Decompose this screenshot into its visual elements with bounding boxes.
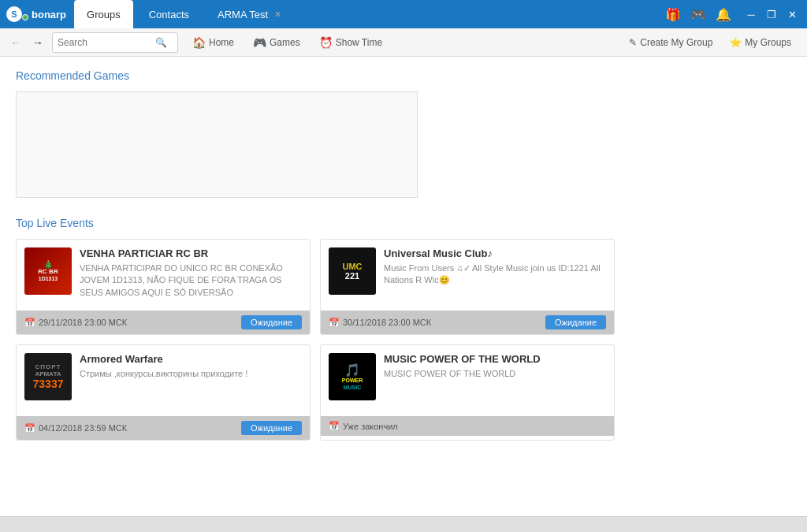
event-title-rc-br: VENHA PARTICIAR RC BR xyxy=(80,247,302,259)
event-card-umc[interactable]: UMC 221 Universal Music Club♪ Music From… xyxy=(320,239,615,335)
nav-games-label: Games xyxy=(270,37,300,48)
event-date-aw: 📅 04/12/2018 23:59 МСК xyxy=(24,423,127,433)
my-groups-icon: ⭐ xyxy=(730,37,742,48)
nav-show-time[interactable]: ⏰ Show Time xyxy=(311,33,390,52)
event-footer-music: 📅 Уже закончил xyxy=(321,416,614,436)
gamepad-icon[interactable]: 🎮 xyxy=(690,7,706,22)
bottom-bar xyxy=(0,516,807,532)
calendar-icon-music: 📅 xyxy=(329,421,340,431)
event-date-rc-br: 📅 29/11/2018 23:00 МСК xyxy=(24,318,127,328)
event-card-body-aw: СПОРТ АРМАТА 73337 Armored Warfare Стрим… xyxy=(17,345,310,416)
event-info-rc-br: VENHA PARTICIAR RC BR VENHA PARTICIPAR D… xyxy=(80,247,302,303)
recommended-games-banner xyxy=(16,91,418,198)
close-button[interactable]: ✕ xyxy=(783,6,801,23)
tab-arma-test[interactable]: ARMA Test ✕ xyxy=(205,0,294,28)
search-input[interactable] xyxy=(58,37,152,48)
top-live-events-title: Top Live Events xyxy=(16,217,791,229)
event-footer-umc: 📅 30/11/2018 23:00 МСК Ожидание xyxy=(321,311,614,334)
event-desc-rc-br: VENHA PARTICIPAR DO UNICO RC BR CONEXÃO … xyxy=(80,262,302,299)
my-groups-label: My Groups xyxy=(745,37,791,48)
ended-status-music: 📅 Уже закончил xyxy=(329,421,398,431)
nav-right-links: ✎ Create My Group ⭐ My Groups xyxy=(621,34,799,51)
event-thumbnail-aw: СПОРТ АРМАТА 73337 xyxy=(24,353,72,400)
search-icon: 🔍 xyxy=(155,37,167,48)
app-logo: S bonarp xyxy=(6,6,66,22)
event-card-aw[interactable]: СПОРТ АРМАТА 73337 Armored Warfare Стрим… xyxy=(16,344,311,441)
search-box[interactable]: 🔍 xyxy=(52,32,178,53)
waiting-button-aw[interactable]: Ожидание xyxy=(241,421,302,435)
event-thumbnail-music: 🎵 POWER MUSIC xyxy=(329,353,376,400)
create-group-link[interactable]: ✎ Create My Group xyxy=(621,34,720,51)
calendar-icon-aw: 📅 xyxy=(24,423,35,433)
online-status-dot xyxy=(22,14,28,20)
games-icon: 🎮 xyxy=(253,36,266,49)
window-controls: ─ ❐ ✕ xyxy=(742,6,801,23)
aw-thumb-image: СПОРТ АРМАТА 73337 xyxy=(24,353,72,400)
event-card-body: 🎄 RC BR 1D1313 VENHA PARTICIAR RC BR VEN… xyxy=(17,240,310,311)
nav-links: 🏠 Home 🎮 Games ⏰ Show Time xyxy=(184,33,390,52)
event-title-aw: Armored Warfare xyxy=(80,353,302,365)
minimize-button[interactable]: ─ xyxy=(742,6,760,23)
main-content: Recommended Games Top Live Events 🎄 RC B… xyxy=(0,57,807,516)
waiting-button-umc[interactable]: Ожидание xyxy=(545,315,606,329)
title-bar-icons: 🎁 🎮 🔔 xyxy=(665,7,731,22)
event-title-umc: Universal Music Club♪ xyxy=(384,247,606,259)
calendar-icon-umc: 📅 xyxy=(329,318,340,328)
event-card-body-umc: UMC 221 Universal Music Club♪ Music From… xyxy=(321,240,614,311)
tab-close-icon[interactable]: ✕ xyxy=(274,9,281,20)
create-group-icon: ✎ xyxy=(629,37,637,48)
event-info-music: MUSIC POWER OF THE WORLD MUSIC POWER OF … xyxy=(384,353,606,408)
restore-button[interactable]: ❐ xyxy=(763,6,780,23)
event-info-aw: Armored Warfare Стримы ,конкурсы,виктори… xyxy=(80,353,302,408)
music-thumb-image: 🎵 POWER MUSIC xyxy=(329,353,376,400)
bell-icon[interactable]: 🔔 xyxy=(716,7,731,22)
tab-groups[interactable]: Groups xyxy=(74,0,133,28)
my-groups-link[interactable]: ⭐ My Groups xyxy=(722,34,799,51)
nav-bar: ← → 🔍 🏠 Home 🎮 Games ⏰ Show Time ✎ Creat… xyxy=(0,28,807,57)
event-desc-aw: Стримы ,конкурсы,викторины приходите ! xyxy=(80,368,302,380)
event-desc-music: MUSIC POWER OF THE WORLD xyxy=(384,368,606,380)
nav-home-label: Home xyxy=(209,37,234,48)
event-date-umc: 📅 30/11/2018 23:00 МСК xyxy=(329,318,431,328)
title-bar: S bonarp Groups Contacts ARMA Test ✕ 🎁 🎮… xyxy=(0,0,807,28)
event-footer-aw: 📅 04/12/2018 23:59 МСК Ожидание xyxy=(17,416,310,440)
nav-home[interactable]: 🏠 Home xyxy=(184,33,242,52)
calendar-icon: 📅 xyxy=(24,318,35,328)
username-label: bonarp xyxy=(32,9,66,20)
tab-contacts[interactable]: Contacts xyxy=(136,0,202,28)
event-footer-rc-br: 📅 29/11/2018 23:00 МСК Ожидание xyxy=(17,311,310,334)
event-title-music: MUSIC POWER OF THE WORLD xyxy=(384,353,606,365)
show-time-icon: ⏰ xyxy=(319,36,333,49)
events-grid: 🎄 RC BR 1D1313 VENHA PARTICIAR RC BR VEN… xyxy=(16,239,615,441)
event-thumbnail-rc-br: 🎄 RC BR 1D1313 xyxy=(24,247,72,295)
nav-show-time-label: Show Time xyxy=(336,37,382,48)
recommended-games-title: Recommended Games xyxy=(16,69,791,82)
event-thumbnail-umc: UMC 221 xyxy=(329,247,376,295)
event-card-music[interactable]: 🎵 POWER MUSIC MUSIC POWER OF THE WORLD M… xyxy=(320,344,615,441)
waiting-button-rc-br[interactable]: Ожидание xyxy=(241,315,302,329)
umc-thumb-image: UMC 221 xyxy=(329,247,376,295)
back-button[interactable]: ← xyxy=(8,36,24,49)
create-group-label: Create My Group xyxy=(640,37,712,48)
gift-icon[interactable]: 🎁 xyxy=(665,7,681,22)
event-info-umc: Universal Music Club♪ Music From Users ♫… xyxy=(384,247,606,303)
forward-button[interactable]: → xyxy=(30,36,46,49)
event-desc-umc: Music From Users ♫✓ All Style Music join… xyxy=(384,262,606,287)
logo-icon: S xyxy=(6,6,22,22)
nav-games[interactable]: 🎮 Games xyxy=(245,33,308,52)
home-icon: 🏠 xyxy=(192,36,206,49)
rc-thumb-image: 🎄 RC BR 1D1313 xyxy=(24,247,72,295)
event-card-rc-br[interactable]: 🎄 RC BR 1D1313 VENHA PARTICIAR RC BR VEN… xyxy=(16,239,311,335)
event-card-body-music: 🎵 POWER MUSIC MUSIC POWER OF THE WORLD M… xyxy=(321,345,614,416)
